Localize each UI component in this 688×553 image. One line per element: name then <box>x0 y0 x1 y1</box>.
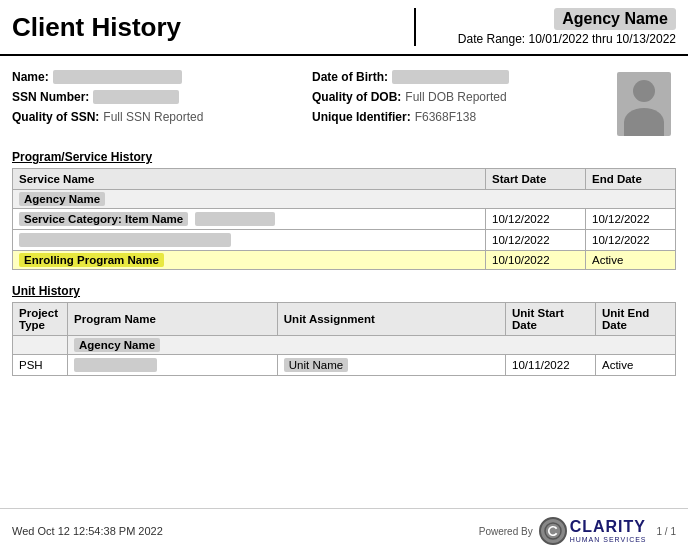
dob-value: ██/██/████ Age ██ <box>392 70 509 84</box>
table-row: Service Category: Item Name ████ 10/12/2… <box>13 209 676 230</box>
header: Client History Agency Name Date Range: 1… <box>0 0 688 56</box>
service-name-cell2: ████████████ ██████ ███ ████ <box>13 230 486 251</box>
col-project-type: Project Type <box>13 303 68 336</box>
project-type-cell: PSH <box>13 355 68 376</box>
date-range: Date Range: 10/01/2022 thru 10/13/2022 <box>458 32 676 46</box>
start-date-cell2: 10/12/2022 <box>486 230 586 251</box>
unit-end-date-cell: Active <box>596 355 676 376</box>
clarity-sub: HUMAN SERVICES <box>570 536 647 544</box>
ssn-quality-label: Quality of SSN: <box>12 110 99 124</box>
agency-name-badge: Agency Name <box>554 8 676 30</box>
page-number: 1 / 1 <box>657 526 676 537</box>
footer-right: Powered By CLARITY HUMAN SERVICES 1 / 1 <box>479 517 676 545</box>
avatar-image <box>617 72 671 136</box>
enrolling-cell: Enrolling Program Name <box>13 251 486 270</box>
col-program-name: Program Name <box>68 303 278 336</box>
unit-agency-cell: Agency Name <box>68 336 676 355</box>
program-name-blurred: Program Name <box>74 358 157 372</box>
unit-agency-project <box>13 336 68 355</box>
unique-id-row: Unique Identifier: F6368F138 <box>312 110 612 124</box>
col-end-date: End Date <box>586 169 676 190</box>
unit-history-header: Unit History <box>0 278 688 302</box>
table-row: ████████████ ██████ ███ ████ 10/12/2022 … <box>13 230 676 251</box>
client-info-section: Name: ████████████ Mary SSN Number: ███-… <box>0 56 688 144</box>
dob-quality-label: Quality of DOB: <box>312 90 401 104</box>
clarity-name: CLARITY <box>570 518 647 536</box>
table-row: Agency Name <box>13 190 676 209</box>
unit-agency-badge: Agency Name <box>74 338 160 352</box>
clarity-logo: CLARITY HUMAN SERVICES <box>539 517 647 545</box>
ssn-label: SSN Number: <box>12 90 89 104</box>
service-extra: ████ <box>195 212 275 226</box>
unit-history-table-container: Project Type Program Name Unit Assignmen… <box>0 302 688 384</box>
clarity-svg-icon <box>544 522 562 540</box>
service-blurred: ████████████ ██████ ███ ████ <box>19 233 231 247</box>
clarity-text: CLARITY HUMAN SERVICES <box>570 518 647 543</box>
table-row: Enrolling Program Name 10/10/2022 Active <box>13 251 676 270</box>
client-info-left: Name: ████████████ Mary SSN Number: ███-… <box>12 70 312 136</box>
table-row: Agency Name <box>13 336 676 355</box>
unique-id-value: F6368F138 <box>415 110 476 124</box>
enrolling-end-date: Active <box>586 251 676 270</box>
program-history-header: Program/Service History <box>0 144 688 168</box>
enrolling-start-date: 10/10/2022 <box>486 251 586 270</box>
unit-name-badge: Unit Name <box>284 358 348 372</box>
table-row: PSH Program Name Unit Name 10/11/2022 Ac… <box>13 355 676 376</box>
program-table-header-row: Service Name Start Date End Date <box>13 169 676 190</box>
program-name-cell: Program Name <box>68 355 278 376</box>
ssn-quality-row: Quality of SSN: Full SSN Reported <box>12 110 312 124</box>
unit-start-date-cell: 10/11/2022 <box>506 355 596 376</box>
start-date-cell: 10/12/2022 <box>486 209 586 230</box>
name-row: Name: ████████████ Mary <box>12 70 312 84</box>
col-unit-start-date: Unit Start Date <box>506 303 596 336</box>
program-history-table-container: Service Name Start Date End Date Agency … <box>0 168 688 278</box>
svg-point-0 <box>545 523 561 539</box>
powered-by-label: Powered By <box>479 526 533 537</box>
client-avatar <box>612 70 676 136</box>
dob-quality-row: Quality of DOB: Full DOB Reported <box>312 90 612 104</box>
end-date-cell: 10/12/2022 <box>586 209 676 230</box>
header-left: Client History <box>12 8 416 46</box>
agency-name-cell: Agency Name <box>13 190 676 209</box>
ssn-value: ███-██-████ <box>93 90 178 104</box>
page: Client History Agency Name Date Range: 1… <box>0 0 688 553</box>
agency-badge: Agency Name <box>19 192 105 206</box>
dob-quality-value: Full DOB Reported <box>405 90 506 104</box>
client-info-right: Date of Birth: ██/██/████ Age ██ Quality… <box>312 70 612 136</box>
dob-label: Date of Birth: <box>312 70 388 84</box>
col-service-name: Service Name <box>13 169 486 190</box>
col-start-date: Start Date <box>486 169 586 190</box>
col-unit-end-date: Unit End Date <box>596 303 676 336</box>
dob-row: Date of Birth: ██/██/████ Age ██ <box>312 70 612 84</box>
unique-id-label: Unique Identifier: <box>312 110 411 124</box>
service-badge: Service Category: Item Name <box>19 212 188 226</box>
header-right: Agency Name Date Range: 10/01/2022 thru … <box>416 8 676 46</box>
clarity-icon <box>539 517 567 545</box>
unit-history-table: Project Type Program Name Unit Assignmen… <box>12 302 676 376</box>
unit-table-header-row: Project Type Program Name Unit Assignmen… <box>13 303 676 336</box>
page-title: Client History <box>12 12 181 43</box>
ssn-row: SSN Number: ███-██-████ <box>12 90 312 104</box>
end-date-cell2: 10/12/2022 <box>586 230 676 251</box>
footer-timestamp: Wed Oct 12 12:54:38 PM 2022 <box>12 525 163 537</box>
enrolling-badge: Enrolling Program Name <box>19 253 164 267</box>
name-value: ████████████ Mary <box>53 70 182 84</box>
footer: Wed Oct 12 12:54:38 PM 2022 Powered By C… <box>0 508 688 553</box>
ssn-quality-value: Full SSN Reported <box>103 110 203 124</box>
program-history-table: Service Name Start Date End Date Agency … <box>12 168 676 270</box>
service-name-cell: Service Category: Item Name ████ <box>13 209 486 230</box>
col-unit-assignment: Unit Assignment <box>277 303 505 336</box>
unit-assignment-cell: Unit Name <box>277 355 505 376</box>
name-label: Name: <box>12 70 49 84</box>
